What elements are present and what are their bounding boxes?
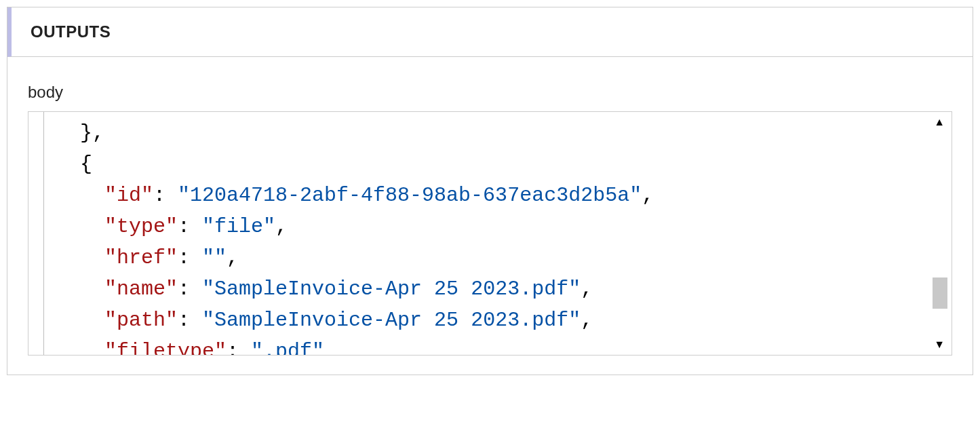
json-key: "name" bbox=[104, 277, 178, 301]
code-indent bbox=[56, 184, 104, 207]
code-indent bbox=[56, 309, 104, 332]
outputs-card: OUTPUTS body ▲ ▼ }, { "id": "120a4718-2a… bbox=[7, 7, 973, 375]
json-value: "SampleInvoice-Apr 25 2023.pdf" bbox=[202, 309, 581, 332]
json-value: "" bbox=[202, 246, 227, 269]
code-indent bbox=[56, 246, 104, 269]
json-value: "SampleInvoice-Apr 25 2023.pdf" bbox=[202, 277, 581, 301]
scroll-thumb[interactable] bbox=[933, 277, 947, 309]
json-key: "id" bbox=[104, 184, 153, 207]
code-content[interactable]: }, { "id": "120a4718-2abf-4f88-98ab-637e… bbox=[28, 112, 952, 356]
json-key: "href" bbox=[104, 246, 178, 269]
body-label: body bbox=[28, 83, 952, 102]
code-indent bbox=[56, 340, 104, 356]
json-key: "type" bbox=[104, 215, 178, 238]
json-key: "filetype" bbox=[104, 340, 227, 356]
json-value: "file" bbox=[202, 215, 275, 238]
json-value: "120a4718-2abf-4f88-98ab-637eac3d2b5a" bbox=[178, 184, 642, 207]
scroll-down-icon[interactable]: ▼ bbox=[934, 339, 945, 351]
outputs-header: OUTPUTS bbox=[7, 7, 973, 57]
body-section: body ▲ ▼ }, { "id": "120a4718-2abf-4f88-… bbox=[7, 57, 973, 375]
code-line: }, bbox=[56, 121, 104, 145]
code-indent bbox=[56, 215, 104, 238]
code-gutter bbox=[43, 112, 44, 355]
code-output-box: ▲ ▼ }, { "id": "120a4718-2abf-4f88-98ab-… bbox=[28, 111, 952, 356]
json-value: ".pdf" bbox=[251, 340, 324, 356]
scroll-up-icon[interactable]: ▲ bbox=[934, 116, 945, 128]
code-indent bbox=[56, 277, 104, 301]
code-line: { bbox=[56, 153, 92, 176]
json-key: "path" bbox=[104, 309, 178, 332]
